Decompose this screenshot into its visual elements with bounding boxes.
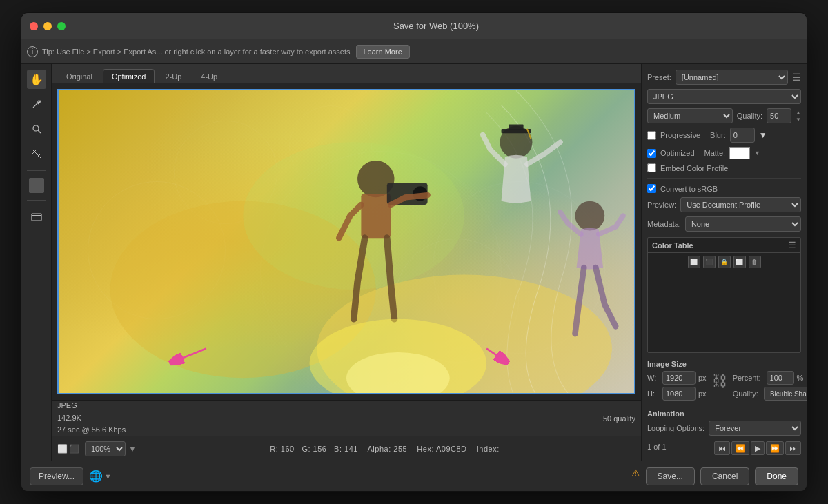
compression-select[interactable]: Medium	[647, 108, 733, 123]
preview-select[interactable]: Use Document Profile	[680, 197, 801, 212]
file-size: 142.9K	[57, 412, 126, 425]
preview-button[interactable]: Preview...	[30, 467, 83, 485]
svg-rect-9	[361, 194, 391, 238]
blur-stepper[interactable]: ▼	[759, 130, 767, 140]
browser-preview[interactable]	[27, 208, 46, 227]
ct-icon-3[interactable]: 🔒	[718, 256, 731, 268]
anim-next[interactable]: ⏩	[766, 441, 784, 455]
tab-4up[interactable]: 4-Up	[192, 69, 226, 83]
right-panel: Preset: [Unnamed] ☰ JPEG Medium Quality:	[641, 64, 807, 461]
separator-1	[647, 178, 801, 179]
embed-profile-checkbox[interactable]	[647, 163, 656, 172]
eyedropper-tool[interactable]	[27, 94, 46, 114]
blur-input[interactable]	[730, 128, 755, 143]
main-window: Save for Web (100%) i Tip: Use File > Ex…	[21, 12, 807, 492]
looping-select[interactable]: Forever	[709, 421, 801, 436]
matte-dropdown[interactable]: ▼	[754, 150, 760, 157]
quality-resample-label: Quality:	[733, 390, 758, 398]
image-canvas	[57, 89, 635, 394]
device-dropdown[interactable]: ▼	[104, 472, 112, 481]
learn-more-button[interactable]: Learn More	[356, 45, 410, 59]
preset-select[interactable]: [Unnamed]	[676, 70, 788, 85]
percent-unit: %	[797, 374, 804, 382]
optimized-label: Optimized	[660, 149, 695, 157]
anim-prev[interactable]: ⏪	[731, 441, 749, 455]
minimize-button[interactable]	[43, 22, 52, 30]
hand-tool[interactable]: ✋	[27, 70, 46, 89]
scene-svg	[59, 90, 634, 393]
percent-label: Percent:	[733, 374, 761, 382]
height-input[interactable]	[662, 387, 696, 401]
color-table-menu[interactable]: ☰	[788, 240, 796, 250]
quality-stepper[interactable]: ▲ ▼	[796, 110, 801, 123]
ct-icon-4[interactable]: ⬜	[733, 256, 746, 268]
color-table-title: Color Table	[652, 241, 693, 250]
percent-row: Percent: %	[733, 371, 807, 385]
quality-label-right: Quality:	[737, 112, 762, 120]
matte-color-box[interactable]	[729, 147, 750, 159]
maximize-button[interactable]	[57, 22, 66, 30]
toolbar-tip: i Tip: Use File > Export > Export As... …	[27, 46, 351, 57]
tool-separator	[27, 170, 46, 171]
optimized-checkbox[interactable]	[647, 149, 656, 158]
view-icon-2[interactable]: ⬛	[69, 444, 79, 454]
ct-icon-5[interactable]: 🗑	[749, 256, 761, 268]
view-icons: ⬜ ⬛	[57, 444, 79, 454]
convert-srgb-checkbox[interactable]	[647, 184, 656, 193]
globe-icon[interactable]: 🌐	[89, 470, 103, 483]
tab-optimized[interactable]: Optimized	[103, 69, 155, 83]
format-select[interactable]: JPEG	[647, 89, 801, 104]
color-table-section: Color Table ☰ ⬜ ⬛ 🔒 ⬜ 🗑	[647, 237, 801, 353]
zoom-dropdown-icon[interactable]: ▼	[128, 444, 137, 454]
ct-icon-1[interactable]: ⬜	[688, 256, 700, 268]
looping-row: Looping Options: Forever	[647, 421, 801, 436]
tab-2up[interactable]: 2-Up	[156, 69, 190, 83]
chain-link[interactable]: ⛓	[712, 372, 727, 390]
done-button[interactable]: Done	[755, 467, 798, 485]
anim-controls-row: 1 of 1 ⏮ ⏪ ▶ ⏩ ⏭	[647, 439, 801, 455]
resample-select[interactable]: Bicubic Sharper	[764, 387, 807, 401]
percent-quality-inputs: Percent: % Quality: Bicubic Sharper	[733, 371, 807, 403]
slice-tool[interactable]	[27, 144, 46, 163]
footer-buttons: Preview... 🌐 ▼ ⚠ Save... Cancel Done	[21, 461, 807, 491]
tools-sidebar: ✋	[21, 64, 52, 461]
metadata-label: Metadata:	[647, 220, 681, 228]
resample-row: Quality: Bicubic Sharper	[733, 387, 807, 401]
anim-last[interactable]: ⏭	[785, 441, 801, 455]
close-button[interactable]	[30, 22, 38, 30]
width-input[interactable]	[662, 371, 696, 385]
wh-inputs: W: px H: px	[647, 371, 707, 403]
quality-input[interactable]	[767, 108, 791, 123]
ct-icon-2[interactable]: ⬛	[703, 256, 716, 268]
percent-input[interactable]	[767, 371, 794, 385]
svg-rect-14	[509, 124, 523, 130]
footer-right: ⚠ Save... Cancel Done	[631, 467, 798, 485]
width-row: W: px	[647, 371, 707, 385]
anim-play[interactable]: ▶	[751, 441, 765, 455]
tab-original[interactable]: Original	[57, 69, 101, 83]
preset-menu-icon[interactable]: ☰	[792, 72, 801, 83]
cancel-button[interactable]: Cancel	[700, 467, 749, 485]
preset-label: Preset:	[647, 73, 671, 81]
main-area: ✋	[21, 64, 807, 461]
device-selector: 🌐 ▼	[89, 470, 112, 483]
anim-first[interactable]: ⏮	[714, 441, 730, 455]
blur-label: Blur:	[710, 131, 726, 139]
zoom-tool[interactable]	[27, 119, 46, 139]
image-size-title: Image Size	[647, 360, 801, 368]
pixel-alpha: Alpha: 255	[368, 445, 408, 453]
convert-srgb-label: Convert to sRGB	[660, 185, 718, 193]
foreground-color[interactable]	[29, 178, 44, 193]
save-button[interactable]: Save...	[646, 467, 695, 485]
color-table-header: Color Table ☰	[648, 238, 800, 253]
view-icon-1[interactable]: ⬜	[57, 444, 68, 454]
svg-line-2	[38, 130, 41, 133]
metadata-select[interactable]: None	[685, 216, 801, 232]
warning-icon: ⚠	[631, 467, 640, 485]
quality-label: 50 quality	[131, 414, 635, 423]
progressive-checkbox[interactable]	[647, 131, 656, 140]
convert-srgb-row: Convert to sRGB	[647, 184, 801, 193]
pixel-b: B: 141	[334, 445, 358, 453]
svg-rect-3	[32, 214, 41, 221]
zoom-select[interactable]: 100% 50% 200%	[85, 441, 126, 456]
